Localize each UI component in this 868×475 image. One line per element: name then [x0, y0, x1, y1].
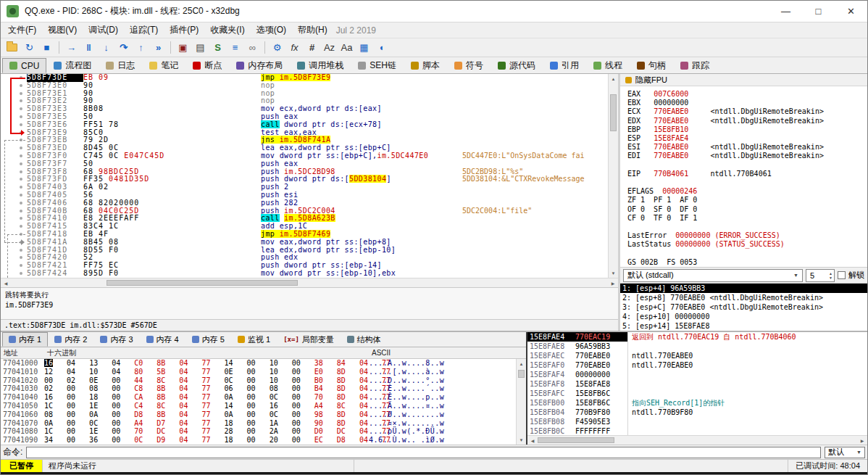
scroll-thumb[interactable]: [538, 437, 614, 443]
stack-arg-row[interactable]: 5: [esp+14] 15E8FAE8: [620, 321, 867, 331]
tab-breakpoints[interactable]: 断点: [185, 58, 229, 73]
dump-vscrollbar[interactable]: ▲ ▼: [516, 359, 526, 445]
stack-arg-row[interactable]: 1: [esp+4] 96A59BB3: [620, 284, 867, 293]
breakpoint-dot[interactable]: [20, 170, 22, 173]
tab-struct[interactable]: 结构体: [341, 332, 388, 347]
execute-till-return-button[interactable]: ↑: [133, 40, 149, 56]
hide-fpu-button[interactable]: 隐藏FPU: [620, 74, 867, 86]
dump-row[interactable]: 7704106008 00 0A 00 D8 8B 04 77 0A 00 0C…: [1, 410, 516, 419]
breakpoint-dot[interactable]: [20, 256, 22, 259]
breakpoint-dot[interactable]: [20, 139, 22, 141]
breakpoint-dot[interactable]: [20, 264, 22, 267]
scroll-right-icon[interactable]: ▶: [608, 278, 618, 287]
disassembly-view[interactable]: 5D8F73DEEB 09jmp im.5D8F73E95D8F73E090no…: [1, 74, 608, 278]
tab-graph[interactable]: 流程图: [46, 58, 99, 73]
maximize-button[interactable]: □: [802, 1, 835, 22]
register-line[interactable]: ZF 1 PF 1 AF 0: [627, 196, 867, 205]
dump-rows[interactable]: 7704100016 04 13 04 C0 8B 04 77 14 00 10…: [1, 359, 516, 445]
stack-row[interactable]: 15E8FAF815E8FAE8: [527, 379, 867, 389]
tab-trace[interactable]: 跟踪: [673, 58, 717, 73]
breakpoint-dot[interactable]: [20, 225, 22, 228]
dump-row[interactable]: 7704104016 00 18 00 CA 8B 04 77 0A 00 0C…: [1, 393, 516, 402]
tab-source[interactable]: 源代码: [491, 58, 543, 73]
register-line[interactable]: EDI 770EABE0 <ntdll.DbgUiRemoteBreakin>: [627, 152, 867, 160]
stack-arg-row[interactable]: 2: [esp+8] 770EABE0 <ntdll.DbgUiRemoteBr…: [620, 293, 867, 302]
dump-row[interactable]: 770410801C 00 1E 00 70 DC 04 77 28 00 2A…: [1, 427, 516, 436]
step-over-button[interactable]: ↷: [115, 40, 132, 56]
command-input[interactable]: [26, 447, 821, 458]
stack-row[interactable]: 15E8FAEC770EABE0ntdll.770EABE0: [527, 351, 867, 360]
breakpoint-dot[interactable]: [20, 107, 22, 110]
tab-watch-1[interactable]: 监视 1: [231, 332, 277, 347]
tab-dump-3[interactable]: 内存 3: [93, 332, 139, 347]
tab-locals[interactable]: [x=]局部变量: [277, 332, 341, 347]
breakpoint-dot[interactable]: [20, 178, 22, 181]
scroll-right-icon[interactable]: ▶: [857, 436, 867, 445]
labels-button[interactable]: #: [304, 40, 320, 56]
tab-log[interactable]: 日志: [99, 58, 142, 73]
dump-row[interactable]: 770410501C 00 1E 00 C4 8C 04 77 14 00 16…: [1, 402, 516, 410]
scroll-down-icon[interactable]: ▼: [517, 435, 526, 445]
register-line[interactable]: [627, 249, 867, 258]
breakpoint-dot[interactable]: [20, 76, 22, 79]
menu-item-favourites[interactable]: 收藏夹(I): [204, 22, 250, 38]
menu-item-debug[interactable]: 调试(D): [83, 22, 124, 38]
stack-row[interactable]: 15E8FB08F45905E3: [527, 417, 867, 426]
stack-row[interactable]: 15E8FB0CFFFFFFFF: [527, 426, 867, 435]
register-line[interactable]: EFLAGS 00000246: [627, 187, 867, 196]
breakpoint-dot[interactable]: [20, 272, 22, 275]
animate-into-button[interactable]: »: [150, 40, 167, 56]
breakpoint-dot[interactable]: [20, 241, 22, 244]
font-button[interactable]: Aa: [338, 40, 355, 56]
tab-cpu[interactable]: CPU: [2, 58, 46, 73]
breakpoint-dot[interactable]: [20, 123, 22, 126]
breakpoint-dot[interactable]: [20, 162, 22, 165]
run-button[interactable]: →: [63, 40, 80, 56]
stack-rows[interactable]: 15E8FAE4770EAC19返回到 ntdll.770EAC19 自 ntd…: [527, 332, 867, 435]
tab-dump-5[interactable]: 内存 5: [185, 332, 231, 347]
menu-item-options[interactable]: 选项(O): [251, 22, 292, 38]
tab-dump-4[interactable]: 内存 4: [140, 332, 185, 347]
register-line[interactable]: CF 0 TF 0 IF 1: [627, 214, 867, 223]
memory-map-button[interactable]: ▤: [192, 40, 209, 56]
dump-row[interactable]: 770410700A 00 0C 00 A4 D7 04 77 18 00 1A…: [1, 419, 516, 428]
register-line[interactable]: ESI 770EABE0 <ntdll.DbgUiRemoteBreakin>: [627, 143, 867, 152]
script-button[interactable]: S: [209, 40, 226, 56]
breakpoints-button[interactable]: ▣: [175, 40, 191, 56]
breakpoint-dot[interactable]: [20, 146, 22, 149]
stack-row[interactable]: 15E8FAFC15E8FB6C: [527, 389, 867, 398]
close-button[interactable]: ✕: [835, 1, 867, 22]
tab-call-stack[interactable]: 调用堆栈: [290, 58, 351, 73]
calculator-button[interactable]: ▦: [356, 40, 372, 56]
register-line[interactable]: ESP 15E8FAE4: [627, 134, 867, 143]
breakpoint-dot[interactable]: [20, 233, 22, 236]
tab-notes[interactable]: 笔记: [142, 58, 185, 73]
tab-seh-chain[interactable]: SEH链: [351, 58, 404, 73]
stack-row[interactable]: 15E8FAF400000000: [527, 370, 867, 379]
stack-row[interactable]: 15E8FAE4770EAC19返回到 ntdll.770EAC19 自 ntd…: [527, 332, 867, 342]
breakpoint-dot[interactable]: [20, 99, 22, 102]
tab-memory-map[interactable]: 内存布局: [229, 58, 290, 73]
menu-item-trace[interactable]: 追踪(T): [124, 22, 164, 38]
scroll-left-icon[interactable]: ◀: [527, 436, 538, 445]
minimize-button[interactable]: —: [769, 1, 802, 22]
dump-row[interactable]: 7704109034 00 36 00 0C D9 04 77 18 00 20…: [1, 436, 516, 445]
tab-references[interactable]: 引用: [543, 58, 586, 73]
register-line[interactable]: [627, 223, 867, 231]
stack-row[interactable]: 15E8FB04770B9F80ntdll.770B9F80: [527, 408, 867, 417]
disasm-row[interactable]: 5D8F7424895D F0mov dword ptr ss:[ebp-10]…: [1, 270, 608, 278]
tab-script[interactable]: 脚本: [404, 58, 447, 73]
register-line[interactable]: GS 002B FS 0053: [627, 258, 867, 267]
scroll-thumb[interactable]: [107, 280, 298, 286]
dump-row[interactable]: 7704101012 04 10 04 80 5B 04 77 0E 00 10…: [1, 368, 516, 376]
highlight-fx-button[interactable]: fx: [286, 40, 303, 56]
calling-convention-select[interactable]: 默认 (stdcall) ▼: [623, 269, 803, 282]
settings-button[interactable]: ⚙: [269, 40, 285, 56]
breakpoint-dot[interactable]: [20, 217, 22, 220]
stack-arg-row[interactable]: 4: [esp+10] 00000000: [620, 312, 867, 321]
step-into-button[interactable]: ↓: [98, 40, 114, 56]
menu-item-file[interactable]: 文件(F): [2, 22, 42, 38]
breakpoint-dot[interactable]: [20, 186, 22, 189]
tab-threads[interactable]: 线程: [586, 58, 630, 73]
stack-row[interactable]: 15E8FB0015E8FB6C指向SEH_Record[1]的指针: [527, 398, 867, 408]
